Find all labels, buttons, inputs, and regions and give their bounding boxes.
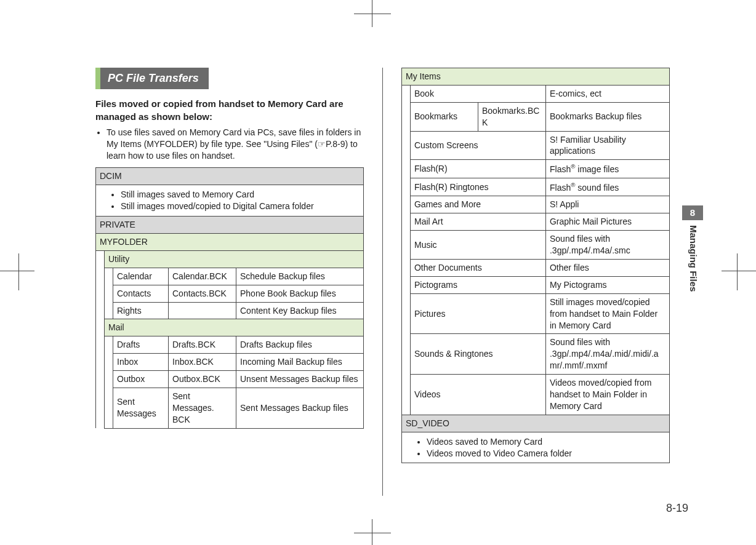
item-name: Flash(R) Ringtones — [410, 178, 545, 196]
intro-bullet: To use files saved on Memory Card via PC… — [107, 127, 364, 162]
item-desc: Sound files with .3gp/.mp4/.m4a/.mid/.mi… — [545, 334, 669, 375]
crop-mark — [0, 271, 34, 271]
item-name: Games and More — [410, 196, 545, 213]
utility-file — [169, 302, 236, 319]
item-name: Mail Art — [410, 213, 545, 231]
utility-desc: Phone Book Backup files — [236, 285, 364, 302]
myitems-header: My Items — [401, 68, 669, 86]
utility-file: Contacts.BCK — [169, 285, 236, 302]
item-name: Custom Screens — [410, 131, 545, 160]
item-desc: Flash® sound files — [545, 178, 669, 196]
chapter-tab: 8 Managing Files — [682, 205, 703, 292]
section-title: PC File Transfers — [95, 68, 364, 89]
crop-mark — [18, 253, 19, 290]
item-desc: Bookmarks Backup files — [545, 102, 669, 131]
mail-file: Drafts.BCK — [169, 336, 236, 354]
crop-mark — [372, 519, 372, 545]
sdvideo-header: SD_VIDEO — [401, 415, 669, 432]
private-header: PRIVATE — [96, 217, 364, 234]
item-name: Videos — [410, 375, 545, 415]
dcim-header: DCIM — [96, 168, 364, 185]
sdvideo-notes: Videos saved to Memory Card Videos moved… — [401, 432, 669, 463]
mail-name: Outbox — [113, 371, 169, 388]
section-accent-bar — [95, 68, 100, 89]
utility-name: Contacts — [113, 285, 169, 302]
item-desc: Flash® image files — [545, 160, 669, 178]
dcim-notes: Still images saved to Memory Card Still … — [96, 185, 364, 217]
intro-bullet-list: To use files saved on Memory Card via PC… — [95, 127, 364, 162]
utility-file: Calendar.BCK — [169, 268, 236, 285]
utility-desc: Schedule Backup files — [236, 268, 364, 285]
mail-name: Sent Messages — [113, 388, 169, 429]
sdvideo-bullet: Videos moved to Video Camera folder — [427, 448, 666, 459]
mail-file: Sent Messages. BCK — [169, 388, 236, 429]
page-number: 8-19 — [666, 501, 688, 515]
item-name: Music — [410, 231, 545, 260]
left-column: PC File Transfers Files moved or copied … — [95, 68, 364, 496]
crop-mark — [372, 0, 372, 27]
mail-desc: Drafts Backup files — [236, 336, 364, 354]
utility-header: Utility — [105, 250, 364, 268]
item-desc: Still images moved/copied from handset t… — [545, 293, 669, 334]
mail-name: Inbox — [113, 354, 169, 371]
right-table: My Items Book E-comics, ect Bookmarks Bo… — [401, 68, 670, 463]
column-divider — [382, 68, 383, 496]
chapter-title: Managing Files — [682, 220, 704, 292]
item-desc: S! Familiar Usability applications — [545, 131, 669, 160]
item-name: Flash(R) — [410, 160, 545, 178]
sdvideo-bullet: Videos saved to Memory Card — [427, 436, 666, 448]
item-desc: S! Appli — [545, 196, 669, 213]
chapter-number: 8 — [682, 205, 703, 220]
item-name: Sounds & Ringtones — [410, 334, 545, 375]
item-name: Book — [410, 85, 545, 102]
mail-name: Drafts — [113, 336, 169, 354]
dcim-bullet: Still images saved to Memory Card — [121, 189, 360, 201]
left-table: DCIM Still images saved to Memory Card S… — [95, 167, 364, 428]
item-desc: Graphic Mail Pictures — [545, 213, 669, 231]
utility-desc: Content Key Backup files — [236, 302, 364, 319]
mail-desc: Sent Messages Backup files — [236, 388, 364, 429]
item-desc: Videos moved/copied from handset to Main… — [545, 375, 669, 415]
item-desc: Sound files with .3gp/.mp4/.m4a/.smc — [545, 231, 669, 260]
mail-file: Inbox.BCK — [169, 354, 236, 371]
intro-heading: Files moved or copied from handset to Me… — [95, 98, 364, 123]
mail-desc: Incoming Mail Backup files — [236, 354, 364, 371]
utility-name: Rights — [113, 302, 169, 319]
crop-mark — [354, 14, 391, 14]
item-name: Other Documents — [410, 260, 545, 277]
crop-mark — [737, 253, 738, 290]
mail-header: Mail — [105, 319, 364, 336]
item-desc: E-comics, ect — [545, 85, 669, 102]
item-name: Pictograms — [410, 276, 545, 293]
right-column: My Items Book E-comics, ect Bookmarks Bo… — [401, 68, 670, 496]
myfolder-header: MYFOLDER — [96, 234, 364, 251]
item-desc: Other files — [545, 260, 669, 277]
crop-mark — [722, 271, 756, 271]
page-body: PC File Transfers Files moved or copied … — [95, 68, 670, 496]
dcim-bullet: Still images moved/copied to Digital Cam… — [121, 201, 360, 212]
utility-name: Calendar — [113, 268, 169, 285]
item-desc: My Pictograms — [545, 276, 669, 293]
mail-file: Outbox.BCK — [169, 371, 236, 388]
item-name: Pictures — [410, 293, 545, 334]
item-file: Bookmarks.BCK — [478, 102, 545, 131]
mail-desc: Unsent Messages Backup files — [236, 371, 364, 388]
item-name: Bookmarks — [410, 102, 478, 131]
section-title-text: PC File Transfers — [100, 68, 209, 89]
crop-mark — [354, 533, 391, 533]
